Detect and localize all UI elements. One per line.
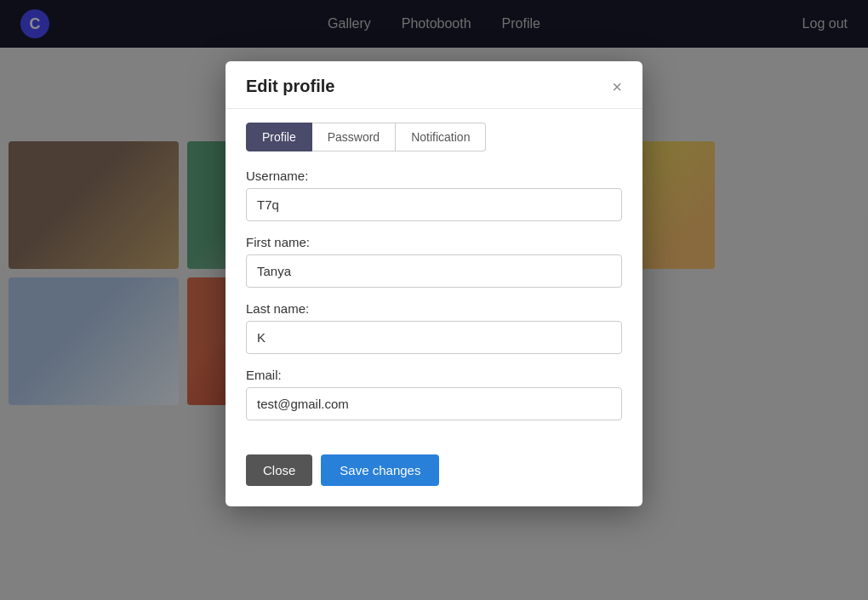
- firstname-label: First name:: [246, 235, 622, 249]
- modal-overlay: Edit profile × Profile Password Notifica…: [0, 0, 868, 600]
- tab-notification[interactable]: Notification: [396, 123, 486, 151]
- tab-password[interactable]: Password: [312, 123, 396, 151]
- modal-close-button[interactable]: ×: [612, 78, 622, 95]
- email-input[interactable]: [246, 387, 622, 420]
- modal-body: Username: First name: Last name: Email:: [226, 151, 642, 454]
- username-label: Username:: [246, 169, 622, 183]
- modal-header: Edit profile ×: [226, 61, 642, 109]
- tab-profile[interactable]: Profile: [246, 123, 312, 151]
- app-background: C Gallery Photobooth Profile Log out Edi…: [0, 0, 868, 600]
- close-button[interactable]: Close: [246, 454, 312, 486]
- firstname-group: First name:: [246, 235, 622, 288]
- lastname-group: Last name:: [246, 301, 622, 354]
- firstname-input[interactable]: [246, 254, 622, 288]
- email-label: Email:: [246, 368, 622, 382]
- username-group: Username:: [246, 169, 622, 221]
- email-group: Email:: [246, 368, 622, 420]
- save-changes-button[interactable]: Save changes: [321, 454, 439, 486]
- edit-profile-modal: Edit profile × Profile Password Notifica…: [226, 61, 642, 506]
- lastname-label: Last name:: [246, 301, 622, 316]
- lastname-input[interactable]: [246, 321, 622, 354]
- modal-footer: Close Save changes: [226, 454, 642, 506]
- username-input[interactable]: [246, 188, 622, 221]
- modal-title: Edit profile: [246, 77, 334, 96]
- modal-tabs: Profile Password Notification: [226, 109, 642, 151]
